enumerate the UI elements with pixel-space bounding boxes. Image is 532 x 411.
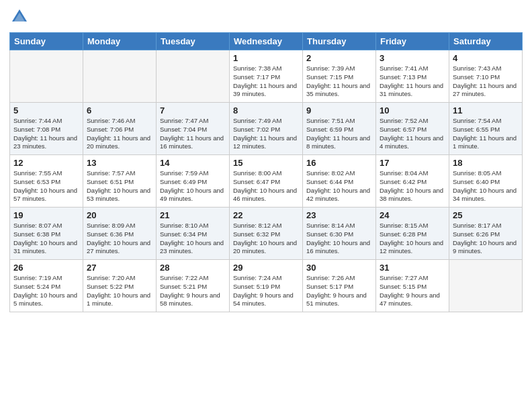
calendar-cell: 5Sunrise: 7:44 AM Sunset: 7:08 PM Daylig… [10, 103, 83, 155]
day-number: 17 [380, 158, 445, 168]
day-info: Sunrise: 7:51 AM Sunset: 6:59 PM Dayligh… [306, 117, 372, 151]
page-container: SundayMondayTuesdayWednesdayThursdayFrid… [0, 0, 532, 411]
day-info: Sunrise: 7:49 AM Sunset: 7:02 PM Dayligh… [233, 117, 299, 151]
day-number: 19 [13, 210, 79, 220]
day-info: Sunrise: 8:17 AM Sunset: 6:26 PM Dayligh… [453, 222, 519, 256]
calendar-cell [449, 260, 523, 312]
day-number: 5 [13, 105, 79, 116]
day-info: Sunrise: 7:39 AM Sunset: 7:15 PM Dayligh… [306, 64, 372, 99]
day-info: Sunrise: 7:20 AM Sunset: 5:22 PM Dayligh… [87, 274, 152, 308]
calendar-cell: 2Sunrise: 7:39 AM Sunset: 7:15 PM Daylig… [303, 50, 376, 103]
day-number: 16 [306, 158, 372, 168]
calendar-cell: 31Sunrise: 7:27 AM Sunset: 5:15 PM Dayli… [376, 260, 449, 312]
day-info: Sunrise: 8:07 AM Sunset: 6:38 PM Dayligh… [13, 222, 79, 256]
day-number: 20 [87, 210, 152, 220]
day-info: Sunrise: 7:46 AM Sunset: 7:06 PM Dayligh… [87, 117, 152, 151]
calendar-cell: 29Sunrise: 7:24 AM Sunset: 5:19 PM Dayli… [230, 260, 303, 312]
day-info: Sunrise: 7:24 AM Sunset: 5:19 PM Dayligh… [233, 274, 299, 308]
calendar-cell [10, 50, 83, 103]
day-info: Sunrise: 7:43 AM Sunset: 7:10 PM Dayligh… [453, 64, 519, 99]
calendar-week-row: 12Sunrise: 7:55 AM Sunset: 6:53 PM Dayli… [10, 155, 523, 208]
day-info: Sunrise: 8:02 AM Sunset: 6:44 PM Dayligh… [306, 169, 372, 203]
calendar-cell: 15Sunrise: 8:00 AM Sunset: 6:47 PM Dayli… [230, 155, 303, 208]
logo-icon [9, 7, 30, 27]
day-info: Sunrise: 7:41 AM Sunset: 7:13 PM Dayligh… [380, 64, 445, 99]
header [9, 7, 523, 27]
calendar-cell: 21Sunrise: 8:10 AM Sunset: 6:34 PM Dayli… [157, 208, 230, 260]
day-number: 14 [160, 158, 226, 168]
day-info: Sunrise: 8:00 AM Sunset: 6:47 PM Dayligh… [233, 169, 299, 203]
calendar-header-row: SundayMondayTuesdayWednesdayThursdayFrid… [10, 33, 523, 50]
day-info: Sunrise: 8:09 AM Sunset: 6:36 PM Dayligh… [87, 222, 152, 256]
day-info: Sunrise: 8:15 AM Sunset: 6:28 PM Dayligh… [380, 222, 445, 256]
day-number: 22 [233, 210, 299, 220]
day-number: 11 [453, 105, 519, 116]
day-number: 7 [160, 105, 226, 116]
calendar-table: SundayMondayTuesdayWednesdayThursdayFrid… [9, 32, 523, 312]
day-info: Sunrise: 7:27 AM Sunset: 5:15 PM Dayligh… [380, 274, 445, 308]
day-info: Sunrise: 7:44 AM Sunset: 7:08 PM Dayligh… [13, 117, 79, 151]
calendar-cell: 9Sunrise: 7:51 AM Sunset: 6:59 PM Daylig… [303, 103, 376, 155]
day-info: Sunrise: 7:52 AM Sunset: 6:57 PM Dayligh… [380, 117, 445, 151]
calendar-cell: 4Sunrise: 7:43 AM Sunset: 7:10 PM Daylig… [449, 50, 523, 103]
logo [9, 7, 31, 27]
calendar-header-friday: Friday [376, 33, 449, 50]
calendar-cell: 26Sunrise: 7:19 AM Sunset: 5:24 PM Dayli… [10, 260, 83, 312]
day-number: 28 [160, 263, 226, 273]
day-number: 9 [306, 105, 372, 116]
calendar-week-row: 26Sunrise: 7:19 AM Sunset: 5:24 PM Dayli… [10, 260, 523, 312]
day-info: Sunrise: 8:05 AM Sunset: 6:40 PM Dayligh… [453, 169, 519, 203]
calendar-cell: 1Sunrise: 7:38 AM Sunset: 7:17 PM Daylig… [230, 50, 303, 103]
calendar-cell: 14Sunrise: 7:59 AM Sunset: 6:49 PM Dayli… [157, 155, 230, 208]
calendar-header-tuesday: Tuesday [157, 33, 230, 50]
calendar-cell: 25Sunrise: 8:17 AM Sunset: 6:26 PM Dayli… [449, 208, 523, 260]
day-number: 27 [87, 263, 152, 273]
day-number: 3 [380, 53, 445, 63]
day-number: 21 [160, 210, 226, 220]
day-info: Sunrise: 8:14 AM Sunset: 6:30 PM Dayligh… [306, 222, 372, 256]
calendar-cell: 23Sunrise: 8:14 AM Sunset: 6:30 PM Dayli… [303, 208, 376, 260]
day-info: Sunrise: 8:10 AM Sunset: 6:34 PM Dayligh… [160, 222, 226, 256]
day-number: 31 [380, 263, 445, 273]
day-info: Sunrise: 7:47 AM Sunset: 7:04 PM Dayligh… [160, 117, 226, 151]
calendar-cell: 6Sunrise: 7:46 AM Sunset: 7:06 PM Daylig… [83, 103, 157, 155]
day-info: Sunrise: 7:22 AM Sunset: 5:21 PM Dayligh… [160, 274, 226, 308]
calendar-cell: 12Sunrise: 7:55 AM Sunset: 6:53 PM Dayli… [10, 155, 83, 208]
day-info: Sunrise: 7:54 AM Sunset: 6:55 PM Dayligh… [453, 117, 519, 151]
calendar-cell: 11Sunrise: 7:54 AM Sunset: 6:55 PM Dayli… [449, 103, 523, 155]
day-number: 1 [233, 53, 299, 63]
day-number: 18 [453, 158, 519, 168]
day-number: 26 [13, 263, 79, 273]
day-number: 24 [380, 210, 445, 220]
calendar-cell: 13Sunrise: 7:57 AM Sunset: 6:51 PM Dayli… [83, 155, 157, 208]
calendar-cell: 16Sunrise: 8:02 AM Sunset: 6:44 PM Dayli… [303, 155, 376, 208]
calendar-header-monday: Monday [83, 33, 157, 50]
day-info: Sunrise: 7:26 AM Sunset: 5:17 PM Dayligh… [306, 274, 372, 308]
calendar-cell: 28Sunrise: 7:22 AM Sunset: 5:21 PM Dayli… [157, 260, 230, 312]
calendar-week-row: 19Sunrise: 8:07 AM Sunset: 6:38 PM Dayli… [10, 208, 523, 260]
calendar-cell: 24Sunrise: 8:15 AM Sunset: 6:28 PM Dayli… [376, 208, 449, 260]
day-number: 29 [233, 263, 299, 273]
day-number: 30 [306, 263, 372, 273]
calendar-header-thursday: Thursday [303, 33, 376, 50]
day-info: Sunrise: 7:38 AM Sunset: 7:17 PM Dayligh… [233, 64, 299, 99]
day-number: 8 [233, 105, 299, 116]
day-info: Sunrise: 7:57 AM Sunset: 6:51 PM Dayligh… [87, 169, 152, 203]
day-number: 23 [306, 210, 372, 220]
calendar-week-row: 1Sunrise: 7:38 AM Sunset: 7:17 PM Daylig… [10, 50, 523, 103]
calendar-week-row: 5Sunrise: 7:44 AM Sunset: 7:08 PM Daylig… [10, 103, 523, 155]
calendar-header-sunday: Sunday [10, 33, 83, 50]
calendar-cell: 20Sunrise: 8:09 AM Sunset: 6:36 PM Dayli… [83, 208, 157, 260]
day-info: Sunrise: 8:12 AM Sunset: 6:32 PM Dayligh… [233, 222, 299, 256]
day-number: 4 [453, 53, 519, 63]
calendar-cell: 10Sunrise: 7:52 AM Sunset: 6:57 PM Dayli… [376, 103, 449, 155]
calendar-cell: 18Sunrise: 8:05 AM Sunset: 6:40 PM Dayli… [449, 155, 523, 208]
calendar-cell: 7Sunrise: 7:47 AM Sunset: 7:04 PM Daylig… [157, 103, 230, 155]
day-number: 6 [87, 105, 152, 116]
day-number: 15 [233, 158, 299, 168]
calendar-cell [157, 50, 230, 103]
day-number: 2 [306, 53, 372, 63]
day-number: 12 [13, 158, 79, 168]
day-info: Sunrise: 7:55 AM Sunset: 6:53 PM Dayligh… [13, 169, 79, 203]
day-number: 25 [453, 210, 519, 220]
